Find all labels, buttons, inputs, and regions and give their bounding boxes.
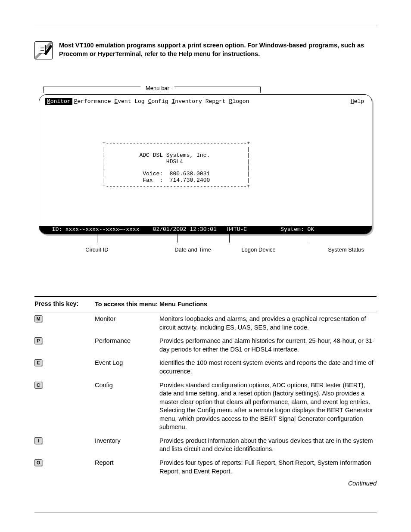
key-badge: O bbox=[34, 459, 42, 466]
terminal-menu-item: Event Log bbox=[112, 98, 146, 105]
note-text: Most VT100 emulation programs support a … bbox=[59, 41, 377, 58]
note-icon bbox=[34, 41, 53, 59]
menu-function: Monitors loopbacks and alarms, and provi… bbox=[159, 315, 377, 332]
menubar-label: Menu bar bbox=[143, 85, 172, 91]
table-row: OReportProvides four types of reports: F… bbox=[34, 456, 377, 478]
terminal-menu-item: Help bbox=[349, 98, 366, 105]
menu-name: Inventory bbox=[95, 437, 159, 445]
table-header-func: Menu Functions bbox=[159, 300, 377, 309]
menu-name: Monitor bbox=[95, 315, 159, 324]
terminal-menubar: Monitor Performance Event Log Config Inv… bbox=[39, 95, 372, 105]
menu-name: Event Log bbox=[95, 359, 159, 367]
menu-function: Provides standard configuration options,… bbox=[159, 381, 377, 432]
menu-function: Provides product information about the v… bbox=[159, 437, 377, 454]
key-badge: M bbox=[34, 315, 42, 322]
key-badge: C bbox=[34, 382, 42, 389]
note-block: Most VT100 emulation programs support a … bbox=[34, 41, 377, 59]
callout-datetime: Date and Time bbox=[174, 246, 211, 253]
callout-logon-device: Logon Device bbox=[241, 246, 276, 253]
table-header-row: Press this key: To access this menu: Men… bbox=[34, 297, 377, 313]
menu-function: Provides four types of reports: Full Rep… bbox=[159, 459, 377, 476]
table-row: PPerformanceProvides performance and ala… bbox=[34, 334, 377, 356]
table-header-menu: To access this menu: bbox=[95, 300, 159, 309]
menu-function: Identifies the 100 most recent system ev… bbox=[159, 359, 377, 376]
key-badge: I bbox=[34, 437, 42, 444]
callout-circuit-id: Circuit ID bbox=[85, 246, 108, 253]
table-row: IInventoryProvides product information a… bbox=[34, 434, 377, 456]
menu-name: Performance bbox=[95, 337, 159, 345]
menu-function: Provides performance and alarm histories… bbox=[159, 337, 377, 354]
callout-system-status: System Status bbox=[328, 246, 364, 253]
terminal-menu-item: Monitor bbox=[45, 98, 72, 105]
terminal-menu-item: Report bbox=[204, 98, 227, 105]
terminal-menu-item: Inventory bbox=[170, 98, 204, 105]
key-badge: P bbox=[34, 337, 42, 344]
table-row: MMonitorMonitors loopbacks and alarms, a… bbox=[34, 312, 377, 334]
menu-name: Report bbox=[95, 459, 159, 467]
table-header-key: Press this key: bbox=[34, 300, 95, 309]
terminal-menu-item: Config bbox=[146, 98, 170, 105]
table-continued: Continued bbox=[34, 480, 377, 487]
terminal-menu-item: Performance bbox=[72, 98, 113, 105]
menu-name: Config bbox=[95, 381, 159, 390]
terminal-screenshot: Monitor Performance Event Log Config Inv… bbox=[39, 94, 372, 234]
key-badge: E bbox=[34, 359, 42, 366]
table-row: CConfigProvides standard configuration o… bbox=[34, 379, 377, 434]
terminal-statusbar: ID: xxxx--xxxx--xxxx—-xxxx 02/01/2002 12… bbox=[39, 226, 372, 233]
table-row: EEvent LogIdentifies the 100 most recent… bbox=[34, 356, 377, 378]
terminal-menu-item: Rlogon bbox=[227, 98, 251, 105]
terminal-body: +---------------------------------------… bbox=[39, 105, 372, 226]
